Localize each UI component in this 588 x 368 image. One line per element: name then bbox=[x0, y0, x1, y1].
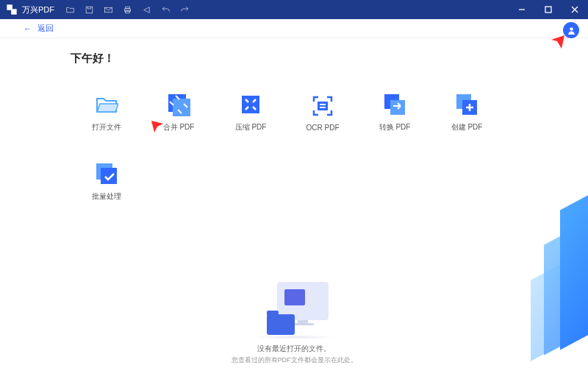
create-pdf-tile[interactable]: 创建 PDF bbox=[431, 85, 503, 141]
svg-rect-3 bbox=[125, 7, 129, 9]
folder-icon[interactable] bbox=[65, 4, 75, 15]
app-title: 万兴PDF bbox=[22, 4, 54, 15]
empty-title: 没有最近打开的文件。 bbox=[257, 344, 331, 354]
svg-rect-9 bbox=[242, 96, 259, 113]
svg-rect-10 bbox=[318, 102, 328, 110]
svg-rect-18 bbox=[101, 168, 117, 184]
create-icon bbox=[455, 93, 478, 116]
open-file-tile[interactable]: 打开文件 bbox=[71, 85, 143, 141]
tile-label: OCR PDF bbox=[306, 124, 340, 132]
svg-rect-12 bbox=[320, 107, 326, 108]
undo-icon[interactable] bbox=[160, 4, 171, 15]
merge-icon bbox=[167, 93, 190, 116]
folder-open-icon bbox=[95, 93, 118, 116]
redo-icon[interactable] bbox=[179, 4, 190, 15]
tile-label: 合并 PDF bbox=[163, 122, 195, 132]
batch-process-tile[interactable]: 批量处理 bbox=[71, 154, 143, 210]
svg-rect-11 bbox=[320, 104, 326, 105]
svg-rect-5 bbox=[545, 7, 551, 13]
app-logo-icon bbox=[4, 2, 19, 17]
back-label[interactable]: 返回 bbox=[37, 23, 54, 34]
user-icon bbox=[567, 26, 576, 35]
greeting-text: 下午好！ bbox=[71, 52, 588, 66]
close-button[interactable] bbox=[562, 0, 588, 19]
titlebar: 万兴PDF bbox=[0, 0, 588, 19]
tile-label: 打开文件 bbox=[92, 122, 121, 132]
save-icon[interactable] bbox=[84, 4, 94, 15]
mail-icon[interactable] bbox=[103, 4, 113, 15]
convert-pdf-tile[interactable]: 转换 PDF bbox=[359, 85, 431, 141]
print-icon[interactable] bbox=[122, 4, 132, 15]
tile-label: 创建 PDF bbox=[451, 122, 483, 132]
tile-label: 压缩 PDF bbox=[235, 122, 267, 132]
ocr-pdf-tile[interactable]: OCR PDF bbox=[287, 85, 359, 141]
share-icon[interactable] bbox=[141, 4, 151, 15]
svg-rect-8 bbox=[173, 99, 190, 116]
minimize-button[interactable] bbox=[509, 0, 535, 19]
action-grid: 打开文件 合并 PDF 压缩 PDF OCR PDF 转换 PDF 创建 PDF bbox=[71, 85, 512, 141]
svg-rect-14 bbox=[390, 100, 405, 115]
empty-state: 没有最近打开的文件。 您查看过的所有PDF文件都会显示在此处。 bbox=[0, 282, 588, 368]
empty-illustration bbox=[254, 282, 334, 339]
compress-pdf-tile[interactable]: 压缩 PDF bbox=[215, 85, 287, 141]
svg-rect-0 bbox=[86, 7, 93, 13]
batch-icon bbox=[95, 162, 118, 185]
tile-label: 批量处理 bbox=[92, 191, 121, 202]
merge-pdf-tile[interactable]: 合并 PDF bbox=[143, 85, 215, 141]
maximize-button[interactable] bbox=[535, 0, 562, 19]
empty-subtitle: 您查看过的所有PDF文件都会显示在此处。 bbox=[232, 355, 357, 365]
user-avatar-button[interactable] bbox=[563, 22, 579, 38]
tile-label: 转换 PDF bbox=[379, 122, 411, 132]
svg-rect-4 bbox=[125, 10, 129, 13]
ocr-icon bbox=[311, 94, 334, 118]
compress-icon bbox=[239, 93, 262, 116]
convert-icon bbox=[383, 93, 406, 116]
back-arrow-icon[interactable]: ← bbox=[24, 24, 32, 33]
back-bar: ← 返回 bbox=[0, 19, 588, 38]
svg-point-6 bbox=[570, 27, 573, 30]
